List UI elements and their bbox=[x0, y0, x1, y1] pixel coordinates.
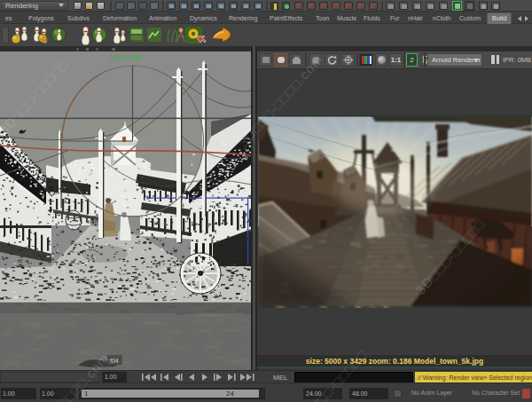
svg-text:1000 x 666: 1000 x 666 bbox=[109, 53, 143, 61]
svg-text:f04: f04 bbox=[110, 358, 119, 364]
